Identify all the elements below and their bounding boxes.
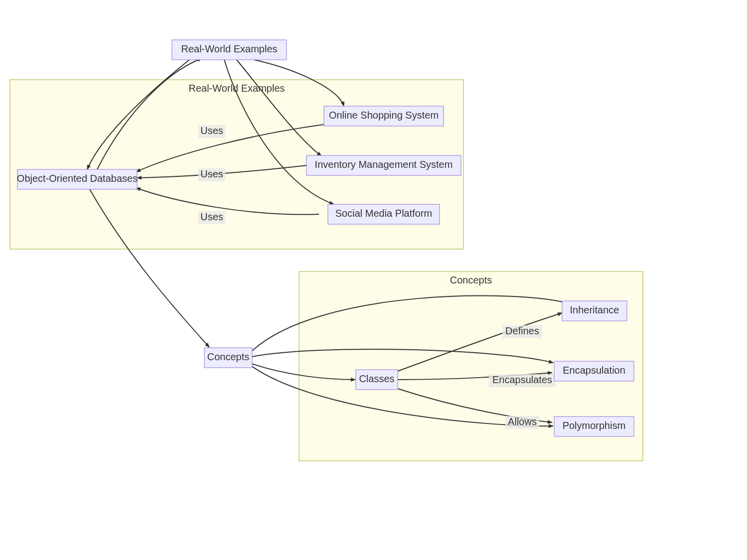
node-online-shopping-text: Online Shopping System [329,110,439,121]
node-encapsulation-text: Encapsulation [563,365,625,376]
node-inheritance-text: Inheritance [570,304,619,315]
edge-label-defines: Defines [505,325,539,336]
node-inventory-text: Inventory Management System [315,159,453,170]
edge-label-uses-1: Uses [200,125,223,136]
flowchart-diagram: Real-World Examples Concepts Uses Uses U… [0,0,747,560]
edge-label-encapsulates: Encapsulates [492,374,552,385]
node-classes-text: Classes [359,373,394,384]
edge-label-allows: Allows [508,416,537,427]
edge-label-uses-2: Uses [200,168,223,179]
node-oodb-text: Object-Oriented Databases [17,173,138,184]
node-polymorphism-text: Polymorphism [563,420,626,431]
edge-label-uses-3: Uses [200,211,223,222]
subgraph-concepts-title: Concepts [450,275,492,285]
node-concepts-text: Concepts [207,351,250,362]
node-real-world-examples-text: Real-World Examples [181,43,277,54]
node-social-media-text: Social Media Platform [335,208,433,219]
